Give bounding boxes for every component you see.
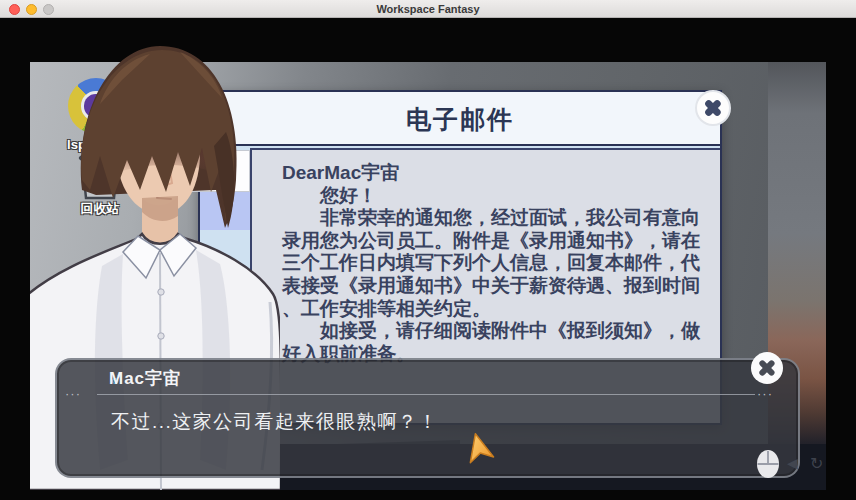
voice-icon[interactable]: ◀ — [787, 455, 798, 471]
dialogue-text: 不过...这家公司看起来很眼熟啊？！ — [111, 409, 439, 435]
speaker-name: Mac宇宙 — [109, 367, 181, 390]
letterbox-right — [826, 18, 856, 500]
letterbox-bottom — [0, 490, 856, 500]
mouse-hint-icon — [755, 448, 781, 480]
macos-titlebar: Workspace Fantasy — [0, 0, 856, 18]
divider-dots-left: ··· — [65, 386, 81, 401]
name-divider-line — [97, 394, 755, 395]
email-close-button[interactable] — [695, 90, 731, 126]
letterbox-left — [0, 18, 30, 500]
app-window: Workspace Fantasy lsp浏览器 ♻ 回收站 电子邮件 Dear… — [0, 0, 856, 500]
dialogue-box[interactable]: ··· ♂Mac宇宙 ··· 不过...这家公司看起来很眼熟啊？！ ◀ ↻ — [55, 358, 800, 478]
dialogue-close-button[interactable] — [751, 352, 783, 384]
divider-dots-right: ··· — [757, 386, 773, 401]
window-title: Workspace Fantasy — [0, 0, 856, 18]
history-icon[interactable]: ↻ — [810, 454, 823, 473]
email-body-text: DearMac宇宙 您好！ 非常荣幸的通知您，经过面试，我公司有意向 录用您为公… — [282, 162, 718, 365]
